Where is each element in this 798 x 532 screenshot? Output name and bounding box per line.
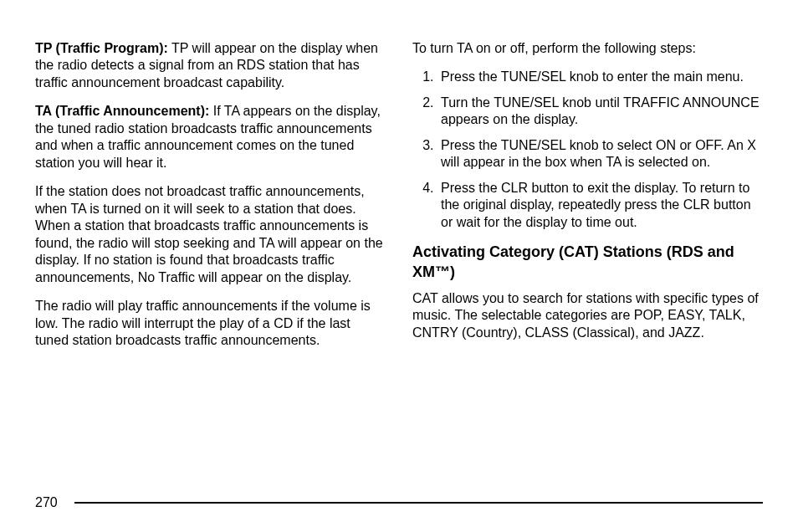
steps-list: Press the TUNE/SEL knob to enter the mai…	[412, 69, 763, 231]
ta-label: TA (Traffic Announcement):	[35, 104, 209, 118]
tp-label: TP (Traffic Program):	[35, 41, 168, 55]
footer-rule	[74, 502, 763, 504]
step-item: Press the TUNE/SEL knob to enter the mai…	[437, 69, 763, 85]
page-number: 270	[35, 495, 58, 510]
page-content: TP (Traffic Program): TP will appear on …	[0, 0, 798, 361]
ta-paragraph: TA (Traffic Announcement): If TA appears…	[35, 103, 386, 171]
right-column: To turn TA on or off, perform the follow…	[412, 40, 763, 361]
steps-intro: To turn TA on or off, perform the follow…	[412, 40, 763, 57]
step-item: Press the CLR button to exit the display…	[437, 180, 763, 231]
step-item: Turn the TUNE/SEL knob until TRAFFIC ANN…	[437, 95, 763, 129]
step-item: Press the TUNE/SEL knob to select ON or …	[437, 137, 763, 171]
section-heading: Activating Category (CAT) Stations (RDS …	[412, 243, 763, 282]
page-footer: 270	[35, 495, 763, 510]
paragraph-4: The radio will play traffic announcement…	[35, 298, 386, 349]
tp-paragraph: TP (Traffic Program): TP will appear on …	[35, 40, 386, 91]
cat-paragraph: CAT allows you to search for stations wi…	[412, 290, 763, 341]
paragraph-3: If the station does not broadcast traffi…	[35, 183, 386, 286]
left-column: TP (Traffic Program): TP will appear on …	[35, 40, 386, 361]
